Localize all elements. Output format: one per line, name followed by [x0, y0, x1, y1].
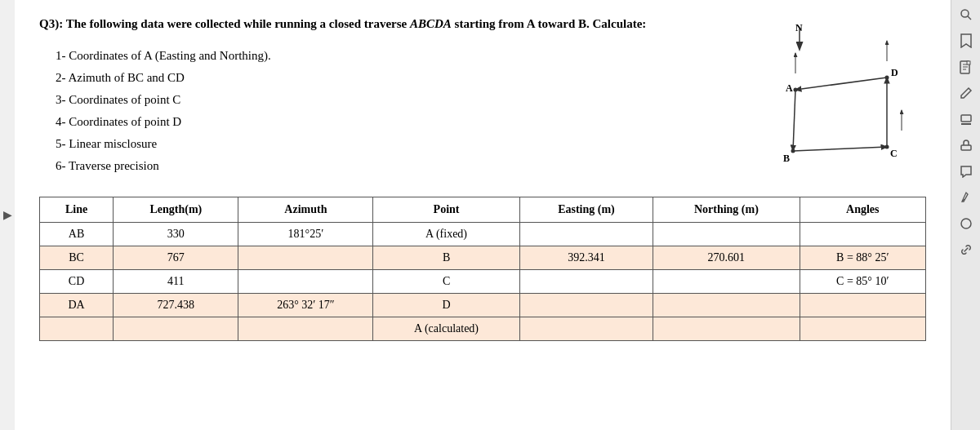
traverse-diagram: N A B: [681, 24, 910, 188]
table-row: DA 727.438 263° 32′ 17″ D: [40, 293, 926, 317]
svg-point-15: [794, 88, 798, 92]
sidebar-icon-highlight[interactable]: [955, 108, 978, 131]
cell-northing: [653, 293, 800, 317]
svg-text:D: D: [891, 67, 898, 78]
cell-northing: [653, 317, 800, 340]
cell-line: AB: [40, 222, 114, 246]
svg-text:N: N: [795, 24, 803, 33]
svg-text:B: B: [783, 153, 790, 164]
cell-length: [114, 317, 238, 340]
svg-point-17: [885, 145, 889, 149]
cell-easting: [519, 293, 653, 317]
svg-point-18: [885, 76, 889, 80]
svg-line-7: [795, 78, 887, 90]
left-panel-toggle[interactable]: ▶: [0, 0, 15, 430]
cell-length: 727.438: [114, 293, 238, 317]
sidebar-icon-link[interactable]: [955, 238, 978, 261]
cell-line: CD: [40, 269, 114, 293]
cell-easting: [519, 269, 653, 293]
svg-point-32: [961, 219, 971, 228]
svg-line-22: [968, 16, 971, 20]
sidebar-icon-comment[interactable]: [955, 160, 978, 183]
sidebar-icon-stamp[interactable]: [955, 134, 978, 157]
svg-rect-28: [961, 115, 971, 122]
svg-text:C: C: [890, 148, 898, 159]
sidebar-icon-pen[interactable]: [955, 186, 978, 209]
cell-azimuth: 263° 32′ 17″: [238, 293, 373, 317]
col-header-angles: Angles: [800, 197, 925, 222]
cell-angles: [800, 317, 925, 340]
cell-point: A (calculated): [373, 317, 519, 340]
cell-azimuth: [238, 246, 373, 269]
cell-angles: [800, 293, 925, 317]
table-row: AB 330 181°25′ A (fixed): [40, 222, 926, 246]
cell-northing: 270.601: [653, 246, 800, 269]
svg-line-4: [793, 90, 795, 151]
cell-point: C: [373, 269, 519, 293]
sidebar-icon-search[interactable]: [955, 3, 978, 26]
sidebar-icon-edit[interactable]: [955, 82, 978, 104]
cell-northing: [653, 222, 800, 246]
right-sidebar: [951, 0, 980, 430]
svg-text:A: A: [786, 82, 793, 94]
cell-azimuth: [238, 269, 373, 293]
table-row: BC 767 B 392.341 270.601 B = 88° 25′: [40, 246, 926, 269]
svg-point-21: [961, 10, 969, 17]
cell-line: BC: [40, 246, 114, 269]
col-header-easting: Easting (m): [519, 197, 653, 222]
cell-easting: [519, 222, 653, 246]
col-header-point: Point: [373, 197, 519, 222]
cell-easting: 392.341: [519, 246, 653, 269]
cell-line: DA: [40, 293, 114, 317]
sidebar-icon-circle[interactable]: [955, 212, 978, 235]
cell-azimuth: [238, 317, 373, 340]
cell-line: [40, 317, 114, 340]
cell-length: 330: [114, 222, 238, 246]
table-row: CD 411 C C = 85° 10′: [40, 269, 926, 293]
col-header-line: Line: [40, 197, 114, 222]
cell-northing: [653, 269, 800, 293]
col-header-length: Length(m): [114, 197, 238, 222]
svg-rect-30: [961, 145, 971, 150]
col-header-azimuth: Azimuth: [238, 197, 373, 222]
cell-point: A (fixed): [373, 222, 519, 246]
traverse-data-table: Line Length(m) Azimuth Point Easting (m)…: [39, 197, 926, 341]
left-arrow-icon: ▶: [3, 208, 12, 222]
cell-length: 767: [114, 246, 238, 269]
svg-point-16: [791, 149, 795, 153]
cell-azimuth: 181°25′: [238, 222, 373, 246]
col-header-northing: Northing (m): [653, 197, 800, 222]
cell-angles: C = 85° 10′: [800, 269, 925, 293]
cell-point: D: [373, 293, 519, 317]
main-content-area: Q3): The following data were collected w…: [15, 0, 951, 430]
table-row: A (calculated): [40, 317, 926, 340]
sidebar-icon-page[interactable]: [955, 55, 978, 78]
cell-point: B: [373, 246, 519, 269]
svg-line-5: [793, 147, 887, 151]
cell-length: 411: [114, 269, 238, 293]
sidebar-icon-bookmark[interactable]: [955, 29, 978, 52]
cell-angles: B = 88° 25′: [800, 246, 925, 269]
svg-rect-27: [967, 61, 970, 64]
cell-easting: [519, 317, 653, 340]
cell-angles: [800, 222, 925, 246]
